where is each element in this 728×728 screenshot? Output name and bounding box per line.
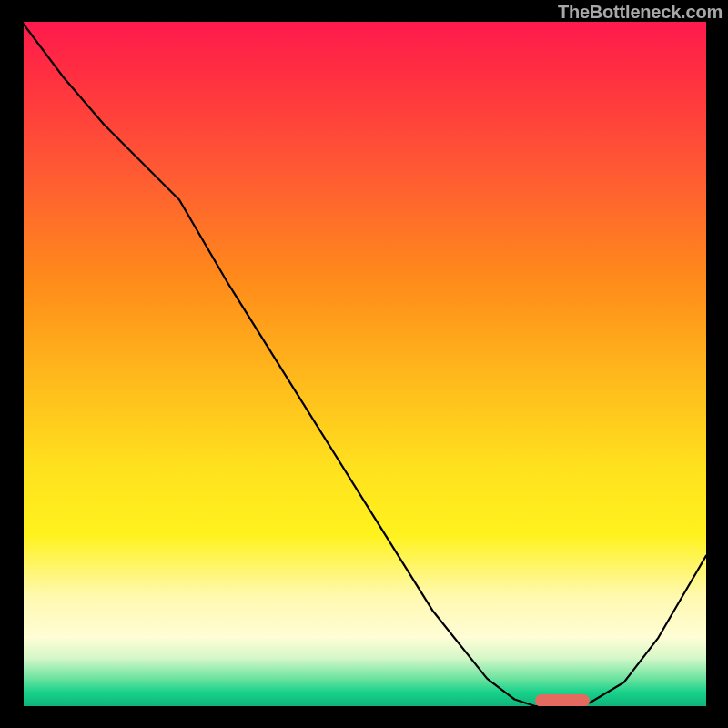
curve-svg: [22, 22, 706, 706]
x-axis: [20, 706, 708, 710]
watermark-text: TheBottleneck.com: [558, 2, 723, 23]
curve-line: [22, 22, 706, 706]
plot-area: [22, 22, 706, 706]
optimal-marker: [535, 694, 590, 707]
y-axis: [20, 20, 24, 708]
chart-container: TheBottleneck.com: [0, 0, 728, 728]
